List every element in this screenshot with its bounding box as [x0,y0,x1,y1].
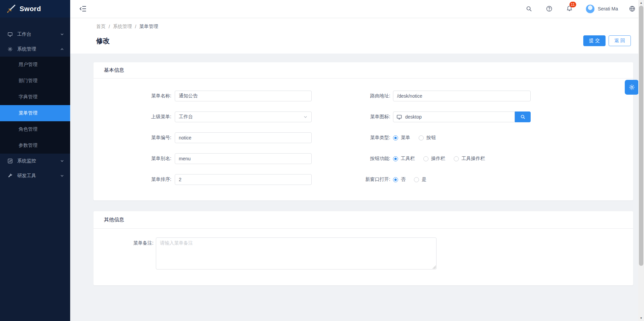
radio-label: 菜单 [401,135,410,141]
scrollbar-up-arrow[interactable]: ▲ [638,0,644,6]
title-row: 修改 提 交 返 回 [96,35,631,46]
sidebar-nav: 工作台 系统管理 用户管理 部门管理 字典管理 菜单管理 角色管理 参数管理 系… [0,18,70,183]
radio-icon [454,156,459,161]
basic-info-card: 基本信息 菜单名称: 路由地址: 上级菜单: 工作台 [93,62,633,200]
scrollbar-thumb[interactable] [639,6,643,266]
radio-label: 工具栏 [401,156,415,162]
chevron-down-icon [60,159,64,163]
submit-button[interactable]: 提 交 [583,35,606,46]
breadcrumb-system-mgmt[interactable]: 系统管理 [113,24,132,30]
title-actions: 提 交 返 回 [583,35,631,46]
new-window-option-no[interactable]: 否 [393,176,405,183]
logo[interactable]: Sword [0,0,70,18]
sidebar-item-user-mgmt[interactable]: 用户管理 [0,57,70,73]
menu-type-group: 菜单 按钮 [393,135,531,141]
sidebar-submenu: 用户管理 部门管理 字典管理 菜单管理 角色管理 参数管理 [0,57,70,154]
route-input[interactable] [393,91,531,101]
action-option-rowbar[interactable]: 操作栏 [423,156,445,162]
menu-name-input[interactable] [175,91,312,101]
sidebar-item-system-mgmt[interactable]: 系统管理 [0,42,70,57]
chevron-up-icon [60,47,64,51]
search-icon [520,114,526,120]
language-globe-icon[interactable] [629,5,636,12]
textarea-resize-handle[interactable] [432,265,436,269]
sidebar-item-workbench[interactable]: 工作台 [0,27,70,42]
sub-item-label: 角色管理 [19,126,37,132]
radio-icon [419,135,424,140]
button-action-group: 工具栏 操作栏 工具操作栏 [393,156,575,162]
sidebar-item-label: 研发工具 [17,173,60,179]
notifications-button[interactable]: 11 [566,5,573,13]
sub-item-label: 参数管理 [19,142,37,149]
sub-item-label: 部门管理 [19,78,37,84]
chevron-down-icon [303,115,308,119]
basic-info-body: 菜单名称: 路由地址: 上级菜单: 工作台 菜单图标 [93,78,633,200]
sidebar-item-param-mgmt[interactable]: 参数管理 [0,137,70,154]
settings-fab-button[interactable] [625,80,639,95]
sidebar-item-dev-tools[interactable]: 研发工具 [0,168,70,183]
menu-remark-label: 菜单备注: [93,237,156,246]
menu-type-option-button[interactable]: 按钮 [419,135,436,141]
form-row: 菜单排序: 新窗口打开: 否 是 [93,174,633,185]
menu-remark-textarea[interactable] [156,237,437,269]
app-root: Sword 工作台 系统管理 用户管理 部门管理 字典管理 菜单管理 角色管理 … [0,0,644,321]
route-label: 路由地址: [312,93,393,99]
notification-badge: 11 [569,2,576,7]
breadcrumb: 首页 / 系统管理 / 菜单管理 [96,24,631,30]
radio-icon [414,177,419,182]
sub-item-label: 菜单管理 [19,110,37,116]
window-scrollbar[interactable]: ▲ ▼ [638,0,644,321]
parent-menu-label: 上级菜单: [93,114,175,120]
sidebar-item-label: 系统管理 [17,46,60,52]
action-option-tool-rowbar[interactable]: 工具操作栏 [454,156,485,162]
scrollbar-down-arrow[interactable]: ▼ [638,315,644,321]
menu-icon-input[interactable] [393,111,515,122]
sidebar-item-dept-mgmt[interactable]: 部门管理 [0,73,70,89]
parent-menu-select[interactable]: 工作台 [175,111,312,122]
collapse-sidebar-icon[interactable] [79,5,87,13]
action-option-toolbar[interactable]: 工具栏 [393,156,415,162]
sidebar-item-role-mgmt[interactable]: 角色管理 [0,121,70,137]
breadcrumb-menu-mgmt: 菜单管理 [139,24,158,30]
sub-item-label: 用户管理 [19,62,37,68]
radio-checked-icon [393,156,398,161]
new-window-group: 否 是 [393,176,531,183]
top-bar: 11 Serati Ma [70,0,644,18]
app-title: Sword [20,5,41,13]
menu-alias-input[interactable] [175,153,312,164]
back-button[interactable]: 返 回 [609,35,631,46]
sidebar: Sword 工作台 系统管理 用户管理 部门管理 字典管理 菜单管理 角色管理 … [0,0,70,321]
menu-sort-input[interactable] [175,174,312,185]
radio-checked-icon [393,135,398,140]
help-icon[interactable] [546,5,553,12]
sidebar-item-system-monitor[interactable]: 系统监控 [0,154,70,168]
avatar[interactable] [586,4,595,13]
icon-search-button[interactable] [515,111,531,122]
form-row: 菜单别名: 按钮功能: 工具栏 操作栏 工具操作栏 [93,153,633,164]
gear-icon [7,46,13,52]
breadcrumb-home[interactable]: 首页 [96,24,106,30]
new-window-option-yes[interactable]: 是 [414,176,426,183]
section-title: 其他信息 [104,217,124,223]
menu-sort-label: 菜单排序: [93,176,175,183]
chevron-down-icon [60,174,64,178]
menu-icon-field [393,111,531,122]
breadcrumb-separator: / [109,24,110,29]
sword-logo-icon [7,4,16,13]
menu-alias-label: 菜单别名: [93,156,175,162]
sidebar-item-menu-mgmt[interactable]: 菜单管理 [0,105,70,121]
menu-code-input[interactable] [175,132,312,143]
username[interactable]: Serati Ma [598,6,618,11]
other-info-header: 其他信息 [93,211,633,229]
gear-icon [628,84,635,91]
radio-label: 操作栏 [431,156,445,162]
new-window-label: 新窗口打开: [312,176,393,183]
menu-type-option-menu[interactable]: 菜单 [393,135,410,141]
form-row: 菜单名称: 路由地址: [93,91,633,101]
radio-checked-icon [393,177,398,182]
form-row: 上级菜单: 工作台 菜单图标: [93,111,633,122]
search-icon[interactable] [526,5,532,12]
sidebar-item-label: 工作台 [17,31,60,37]
menu-name-label: 菜单名称: [93,93,175,99]
sidebar-item-dict-mgmt[interactable]: 字典管理 [0,89,70,105]
